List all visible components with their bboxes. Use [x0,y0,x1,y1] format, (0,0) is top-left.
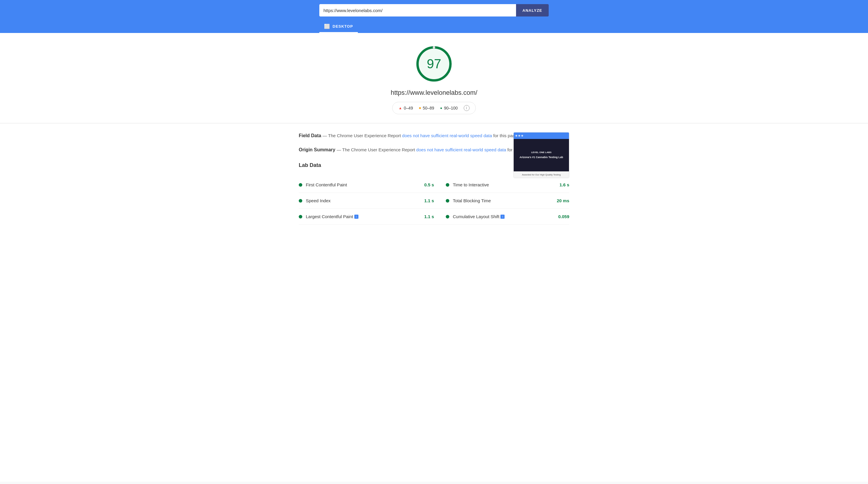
score-number: 97 [427,57,441,71]
lab-data-title: Lab Data [299,162,321,168]
legend-bad: ▲ 0–49 [398,106,413,110]
desktop-tab[interactable]: ⬜ DESKTOP [319,21,358,33]
metrics-grid: First Contentful Paint 0.5 s Time to Int… [299,177,569,225]
cls-info-icon[interactable]: i [500,215,504,219]
legend-good-label: 90–100 [444,106,458,110]
header: ANALYZE ⬜ DESKTOP [0,0,868,33]
green-circle-icon: ● [440,106,442,110]
legend-average: ■ 50–89 [419,106,434,110]
origin-summary-link[interactable]: does not have sufficient real-world spee… [416,147,506,152]
thumb-dot-2 [518,135,520,137]
metric-dot-lcp [299,215,302,219]
analyze-button[interactable]: ANALYZE [516,4,549,17]
legend-good: ● 90–100 [440,106,458,110]
legend-info-icon[interactable]: i [464,105,470,111]
metric-name-tti: Time to Interactive [453,182,548,187]
legend-average-label: 50–89 [423,106,434,110]
metric-name-si: Speed Index [306,198,413,203]
desktop-icon: ⬜ [324,24,330,29]
content-area: LEVEL ONE LABS Arizona's #1 Cannabis Tes… [287,132,581,225]
screenshot-logo: LEVEL ONE LABS [531,151,551,154]
metric-name-cls: Cumulative Layout Shift i [453,214,548,219]
tab-row: ⬜ DESKTOP [319,21,358,33]
screenshot-footer: Awarded for Our High Quality Testing [514,171,569,178]
score-circle: 97 [415,45,453,83]
metric-name-fcp: First Contentful Paint [306,182,413,187]
lcp-info-icon[interactable]: i [354,215,359,219]
metric-value-si: 1.1 s [416,198,434,203]
metric-dot-cls [446,215,449,219]
score-section: 97 https://www.levelonelabs.com/ ▲ 0–49 … [0,33,868,123]
metric-time-to-interactive: Time to Interactive 1.6 s [434,177,569,193]
section-divider [0,123,868,123]
origin-summary-title: Origin Summary [299,147,335,152]
metric-name-tbt: Total Blocking Time [453,198,548,203]
metric-name-lcp: Largest Contentful Paint i [306,214,413,219]
field-data-title: Field Data [299,133,321,138]
metric-dot-fcp [299,183,302,187]
metric-cumulative-layout-shift: Cumulative Layout Shift i 0.059 [434,209,569,225]
field-data-before-link: — The Chrome User Experience Report [322,133,402,138]
metric-dot-tti [446,183,449,187]
legend-bad-label: 0–49 [404,106,413,110]
field-data-text: — The Chrome User Experience Report does… [322,133,519,138]
metric-value-lcp: 1.1 s [416,214,434,219]
metric-largest-contentful-paint: Largest Contentful Paint i 1.1 s [299,209,434,225]
score-legend: ▲ 0–49 ■ 50–89 ● 90–100 i [392,102,475,114]
tab-label: DESKTOP [333,24,353,29]
score-url: https://www.levelonelabs.com/ [391,89,477,96]
metric-dot-tbt [446,199,449,203]
main-content: 97 https://www.levelonelabs.com/ ▲ 0–49 … [0,33,868,482]
screenshot-headline: Arizona's #1 Cannabis Testing Lab [520,155,563,159]
screenshot-thumbnail: LEVEL ONE LABS Arizona's #1 Cannabis Tes… [514,132,569,178]
screenshot-top-bar [514,133,569,139]
screenshot-content: LEVEL ONE LABS Arizona's #1 Cannabis Tes… [514,139,569,171]
metric-value-tti: 1.6 s [552,182,569,187]
thumb-dot-1 [516,135,517,137]
field-data-link[interactable]: does not have sufficient real-world spee… [402,133,492,138]
metric-speed-index: Speed Index 1.1 s [299,193,434,209]
url-bar-row: ANALYZE [319,4,549,17]
orange-square-icon: ■ [419,106,421,110]
metric-dot-si [299,199,302,203]
metric-value-tbt: 20 ms [552,198,569,203]
origin-summary-before-link: — The Chrome User Experience Report [337,147,416,152]
metric-value-cls: 0.059 [552,214,569,219]
origin-summary-text: — The Chrome User Experience Report does… [337,147,534,152]
thumb-dot-3 [521,135,523,137]
metric-value-fcp: 0.5 s [416,182,434,187]
url-input[interactable] [319,4,516,17]
metric-total-blocking-time: Total Blocking Time 20 ms [434,193,569,209]
metric-first-contentful-paint: First Contentful Paint 0.5 s [299,177,434,193]
red-triangle-icon: ▲ [398,106,402,110]
